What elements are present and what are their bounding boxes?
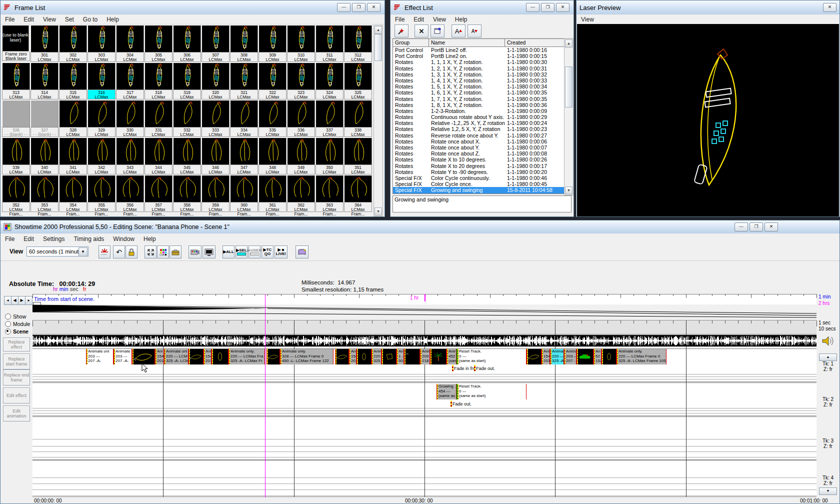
frame-cell[interactable]: 343LCMax Fram... [116,138,144,174]
frame-cell[interactable]: 347LCMax Fram... [230,138,258,174]
effect-row[interactable]: RotatesRelative -1,2,.25 X, Y, Z rotatio… [393,120,565,126]
close-button[interactable]: ✕ [556,3,570,12]
effect-row[interactable]: RotatesRotate X to 20 degrees1-1-1980 0:… [393,163,565,169]
frame-cell[interactable]: 317LCMax Fram... [116,62,144,100]
effect-menu-view[interactable]: View [428,15,450,24]
zoom-select[interactable]: 60 seconds (1 minute) ▼ [26,246,88,256]
scroll-down-icon[interactable]: ▼ [374,208,382,216]
effect-row[interactable]: RotatesRotate once about Z.1-1-1980 0:00… [393,150,565,156]
frame-cell[interactable]: 320LCMax Fram... [202,62,230,100]
frame-cell[interactable]: 359LCMax Fram... [202,175,230,212]
frame-cell[interactable]: 339LCMax Fram... [2,138,30,174]
frame-cell[interactable]: 332LCMax Fram... [173,100,201,137]
frame-cell[interactable]: 345LCMax Fram... [173,138,201,174]
delete-effect-icon[interactable]: ✕ [414,24,428,38]
maximize-button[interactable]: ❐ [352,3,366,12]
frame-cell-zero[interactable]: (use to blank laser)Frame zeroBlank lase… [2,25,30,62]
frame-cell[interactable]: 307LCMax Fram... [202,25,230,62]
frame-cell[interactable]: 314LCMax Fram... [30,62,58,100]
frame-cell[interactable]: 338LCMax Fram... [344,100,372,137]
effect-row[interactable]: Rotates1, 2, 1 X, Y, Z rotation.1-1-1980… [393,66,565,72]
frame-cell[interactable]: 348LCMax Fram... [258,138,286,174]
frame-menu-help[interactable]: Help [102,15,124,24]
frame-cell[interactable]: 321LCMax Fram... [230,62,258,100]
frame-cell[interactable]: 364LCMax Fram... [344,175,372,212]
frame-cell[interactable]: 353LCMax Fram... [30,175,58,212]
scroll-down-icon[interactable]: ▼ [565,186,572,194]
effect-row[interactable]: Rotates1-2-3-Rotation.1-1-1980 0:00:09 [393,108,565,114]
frame-cell[interactable]: 306LCMax Fram... [173,25,201,62]
frame-cell[interactable]: 311LCMax Fram... [316,25,344,62]
frame-cell[interactable]: 312LCMax Fram... [344,25,372,62]
frame-cell[interactable]: 330LCMax Fram... [116,100,144,137]
laser-output-icon[interactable] [98,246,110,258]
frame-cell[interactable]: 301LCMax Fram... [30,25,58,62]
frame-cell[interactable]: 325LCMax Fram... [344,62,372,100]
frame-cell[interactable]: 322LCMax Fram... [258,62,286,100]
effect-row[interactable]: RotatesReverse rotate once about Y.1-1-1… [393,132,565,138]
frame-cell[interactable]: 340LCMax Fram... [30,138,58,174]
effect-row[interactable]: Rotates1, 1, 1 X, Y, Z rotation.1-1-1980… [393,59,565,65]
frame-cell[interactable]: 363LCMax Fram... [316,175,344,212]
effect-row[interactable]: Special F/XGrowing and swinging15-8-2011… [393,187,565,193]
play-selection-button[interactable]: ▶SEL [236,246,248,258]
close-button[interactable]: ✕ [823,3,836,12]
chevron-down-icon[interactable]: ▼ [78,248,88,256]
frame-cell[interactable]: 344LCMax Fram... [144,138,172,174]
effect-properties-icon[interactable] [430,24,444,38]
frame-cell[interactable]: 351LCMax Fram... [344,138,372,174]
preview-monitor-icon[interactable] [202,246,216,258]
main-menu-settings[interactable]: Settings [38,234,69,244]
scroll-thumb[interactable] [565,66,572,108]
frame-menu-edit[interactable]: Edit [19,15,38,24]
frame-cell[interactable]: 362LCMax Fram... [287,175,315,212]
maximize-button[interactable]: ❐ [750,222,763,232]
frame-cell[interactable]: 324LCMax Fram... [316,62,344,100]
frame-cell[interactable]: 303LCMax Fram... [88,25,116,62]
scroll-thumb[interactable] [374,34,382,61]
effect-row[interactable]: Rotates1, 6, 1 X, Y, Z rotation.1-1-1980… [393,90,565,96]
effect-row[interactable]: RotatesContinuous rotate about Y axis.1-… [393,114,565,120]
frame-cell[interactable]: 326- - (blank) - - [2,100,30,137]
frame-cell[interactable]: 333LCMax Fram... [202,100,230,137]
effect-row[interactable]: Rotates1, 8, 1 X, Y, Z rotation.1-1-1980… [393,102,565,108]
frame-cell[interactable]: 342LCMax Fram... [88,138,116,174]
undo-icon[interactable]: ↶ [113,246,125,258]
frame-cell[interactable]: 356LCMax Fram... [116,175,144,212]
close-button[interactable]: ✕ [367,3,380,12]
effect-row[interactable]: RotatesRotate X to 10 degrees.1-1-1980 0… [393,156,565,162]
frame-cell[interactable]: 319LCMax Fram... [173,62,201,100]
laser-preview-titlebar[interactable]: Laser Preview ✕ [576,0,840,15]
effect-table-header[interactable]: Group Name Created [393,39,565,47]
effect-row[interactable]: RotatesRotate once about Y.1-1-1980 0:00… [393,144,565,150]
frame-cell[interactable]: 327- - (blank) - - [30,100,58,137]
frame-cell[interactable]: 309LCMax Fram... [258,25,286,62]
frame-cell[interactable]: 310LCMax Fram... [287,25,315,62]
frame-cell[interactable]: 335LCMax Fram... [258,100,286,137]
frame-cell[interactable]: 349LCMax Fram... [287,138,315,174]
frame-cell[interactable]: 361LCMax Fram... [258,175,286,212]
frame-cell[interactable]: 337LCMax Fram... [316,100,344,137]
frame-menu-file[interactable]: File [0,15,19,24]
frame-cell[interactable]: 355LCMax Fram... [88,175,116,212]
effect-list-scrollbar[interactable]: ▲ ▼ [564,38,574,196]
toolbox-icon[interactable] [170,246,182,258]
effect-menu-edit[interactable]: Edit [409,15,428,24]
main-menu-help[interactable]: Help [139,234,160,244]
frame-cell[interactable]: 323LCMax Fram... [287,62,315,100]
effect-row[interactable]: RotatesRotate Y to -90 degrees.1-1-1980 … [393,169,565,175]
effect-row[interactable]: Special F/XColor Cycle once.1-1-1980 0:0… [393,181,565,187]
frame-cell[interactable]: 316LCMax Fram... [88,62,116,100]
frame-list-titlebar[interactable]: Frame List — ❐ ✕ [0,0,384,15]
effect-row[interactable]: Rotates1, 3, 1 X, Y, Z rotation.1-1-1980… [393,72,565,78]
frame-cell[interactable]: 334LCMax Fram... [230,100,258,137]
effect-menu-help[interactable]: Help [450,15,472,24]
effect-row[interactable]: Special F/XColor Cycle continuously.1-1-… [393,175,565,181]
scroll-up-icon[interactable]: ▲ [374,26,382,34]
projector-icon[interactable] [188,246,202,258]
frame-cell[interactable]: 341LCMax Fram... [59,138,87,174]
effect-row[interactable]: RotatesRelative 1,2,.5 X, Y, Z rotation1… [393,126,565,132]
frame-cell[interactable]: 313LCMax Fram... [2,62,30,100]
frame-cell[interactable]: 315LCMax Fram... [59,62,87,100]
effect-menu-file[interactable]: File [390,15,409,24]
